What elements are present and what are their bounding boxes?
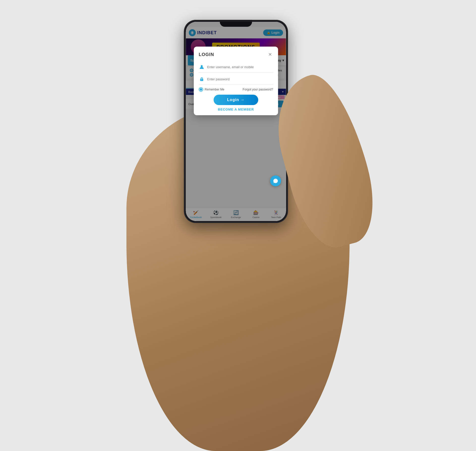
password-input[interactable] bbox=[207, 77, 273, 81]
username-input[interactable] bbox=[207, 65, 273, 69]
phone-device: INDIBET 🔒 Login PROMOTIONS Sports bbox=[184, 20, 288, 223]
remember-me-group: Remember Me bbox=[199, 87, 224, 92]
phone-screen: INDIBET 🔒 Login PROMOTIONS Sports bbox=[186, 22, 286, 221]
remember-row: Remember Me Forgot your password? bbox=[199, 87, 273, 92]
svg-point-13 bbox=[201, 80, 202, 80]
forgot-password-link[interactable]: Forgot your password? bbox=[243, 88, 273, 91]
chat-bubble-button[interactable] bbox=[270, 175, 281, 186]
become-member-link[interactable]: BECOME A MEMBER bbox=[199, 108, 273, 111]
remember-checkbox[interactable] bbox=[199, 87, 203, 92]
password-input-row bbox=[199, 74, 273, 85]
user-icon bbox=[199, 64, 205, 70]
remember-me-label: Remember Me bbox=[205, 88, 224, 91]
modal-header: LOGIN ✕ bbox=[199, 52, 273, 57]
modal-close-button[interactable]: ✕ bbox=[267, 52, 273, 57]
lock-icon bbox=[199, 76, 205, 82]
login-modal: LOGIN ✕ bbox=[194, 47, 278, 115]
username-input-row bbox=[199, 61, 273, 73]
scene: INDIBET 🔒 Login PROMOTIONS Sports bbox=[99, 0, 377, 451]
svg-point-11 bbox=[201, 65, 203, 67]
login-submit-button[interactable]: Login → bbox=[214, 95, 258, 105]
remember-dot bbox=[200, 88, 202, 91]
modal-title: LOGIN bbox=[199, 52, 214, 57]
modal-overlay[interactable]: LOGIN ✕ bbox=[186, 22, 286, 221]
app-container: INDIBET 🔒 Login PROMOTIONS Sports bbox=[186, 22, 286, 221]
